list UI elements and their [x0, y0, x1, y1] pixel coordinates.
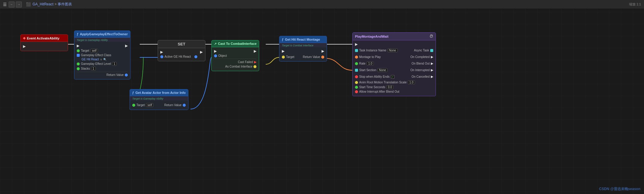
apply-ge-level-row: Gameplay Effect Level 1 — [77, 62, 128, 66]
cast-exec-in: ▶ — [214, 49, 217, 53]
get-avatar-return-row: Return Value — [164, 103, 186, 107]
play-task-name-value: None — [388, 48, 398, 52]
ge-dropdown[interactable]: ∨ — [100, 58, 102, 61]
node-apply-gameplay: ƒ ApplyGameplayEffectToOwner Target is G… — [74, 30, 130, 80]
play-on-completed-row: On Completed ▶ — [411, 55, 433, 59]
play-on-interrupted-exec: ▶ — [431, 68, 433, 72]
play-async-pin — [430, 49, 433, 52]
cast-combat-body: ▶ ▶ Object Cast Failed ▶ As Combat Inter… — [211, 47, 259, 71]
play-async-row: Async Task — [414, 49, 433, 52]
set-exec-out: ▶ — [200, 50, 203, 54]
play-start-section-value: None — [377, 68, 388, 72]
set-body: ▶ ▶ Active GE Hit React — [158, 48, 205, 61]
apply-ge-class-label: Gameplay Effect Class — [81, 54, 111, 57]
menu-icon[interactable]: ☰ — [3, 2, 7, 7]
version-label: 缩放 1:1 — [629, 2, 641, 7]
apply-gameplay-header: ƒ ApplyGameplayEffectToOwner — [74, 30, 130, 38]
cast-as-combat-pin — [253, 65, 256, 68]
play-start-time-label: Start Time Seconds — [359, 85, 385, 89]
play-rate-label: Rate — [359, 62, 365, 65]
play-start-time-value: 0.0 — [386, 85, 394, 89]
event-activate-body: ▶ — [20, 42, 68, 51]
apply-ge-level-label: Gameplay Effect Level — [81, 62, 111, 65]
play-on-cancelled-label: On Cancelled — [411, 75, 430, 78]
ge-hit-react-value: GE Hit React — [82, 58, 99, 61]
cast-object-pin — [214, 54, 217, 57]
apply-stacks-row: Stacks 1 — [77, 67, 128, 71]
play-on-blend-out-row: On Blend Out ▶ — [411, 62, 433, 65]
apply-gameplay-title: ApplyGameplayEffectToOwner — [80, 32, 128, 36]
get-hit-react-body: ▶ ▶ Target Return Value — [279, 47, 327, 62]
cast-exec-out: ▶ — [254, 49, 256, 53]
play-async-label: Async Task — [414, 49, 429, 52]
cast-failed-exec: ▶ — [254, 60, 256, 64]
play-allow-interrupt-pin — [355, 90, 358, 93]
apply-ge-level-pin — [77, 62, 80, 65]
event-activate-title: Event ActivateAbility — [27, 36, 59, 40]
set-title: SET — [178, 42, 185, 46]
play-on-blend-out-exec: ▶ — [431, 62, 433, 65]
apply-ge-class-row: Gameplay Effect Class — [77, 54, 128, 57]
apply-target-value: self — [90, 49, 98, 53]
get-avatar-target-value: self — [146, 103, 154, 107]
play-montage-title: PlayMontageAndWait — [355, 35, 388, 38]
get-hit-react-header: ƒ Get Hit React Montage — [279, 36, 327, 43]
set-input-pin — [160, 55, 163, 58]
apply-ge-class-pin — [77, 54, 80, 57]
play-anim-root-value: 1.0 — [408, 80, 415, 84]
play-start-time-row: Start Time Seconds 0.0 — [355, 85, 433, 89]
top-bar-left: ☰ ← → ⬛ GA_HitReact > 事件图表 — [3, 1, 72, 7]
apply-exec-in: ▶ — [77, 44, 79, 48]
clock-icon: ⏱ — [429, 34, 433, 39]
play-on-blend-out-label: On Blend Out — [411, 62, 430, 65]
apply-func-icon: ƒ — [77, 33, 79, 36]
play-on-cancelled-exec: ▶ — [431, 75, 433, 79]
play-montage-label: Montage to Play — [359, 55, 381, 59]
back-button[interactable]: ← — [9, 1, 15, 7]
play-allow-interrupt-row: Allow Interrupt After Blend Out — [355, 90, 433, 93]
play-on-completed-exec: ▶ — [431, 55, 433, 59]
play-rate-pin — [355, 62, 358, 65]
set-output-pin — [194, 55, 197, 58]
apply-stacks-value: 1 — [91, 67, 96, 71]
apply-exec-out: ▶ — [125, 44, 128, 48]
play-rate-row: Rate 1.0 — [355, 62, 374, 65]
play-exec-in: ▶ — [355, 42, 358, 46]
play-stop-row: Stop when Ability Ends ✓ — [355, 75, 394, 79]
apply-target-pin — [77, 49, 80, 52]
play-stop-checkbox[interactable]: ✓ — [391, 75, 394, 79]
cast-combat-title: Cast To CombatInterface — [218, 42, 256, 45]
play-on-interrupted-label: On Interrupted — [411, 68, 430, 72]
event-activate-header: ◆ Event ActivateAbility — [20, 34, 68, 42]
play-montage-header: PlayMontageAndWait ⏱ — [352, 32, 436, 40]
play-on-cancelled-row: On Cancelled ▶ — [411, 75, 433, 79]
get-hit-react-title: Get Hit React Montage — [285, 38, 320, 41]
set-exec-in: ▶ — [160, 50, 163, 54]
cast-failed-row: Cast Failed ▶ — [214, 60, 256, 64]
play-start-section-label: Start Section — [359, 68, 376, 72]
apply-stacks-pin — [77, 67, 80, 70]
play-montage-pin — [355, 56, 358, 59]
get-avatar-header: ƒ Get Avatar Actor from Actor Info — [130, 89, 188, 96]
apply-ge-level-value: 1 — [112, 62, 117, 66]
play-start-section-pin — [355, 69, 358, 72]
apply-return-pin — [125, 74, 128, 77]
set-header: SET — [158, 40, 205, 48]
play-anim-root-label: Anim Root Motion Translation Scale — [359, 81, 407, 84]
play-allow-interrupt-label: Allow Interrupt After Blend Out — [359, 90, 399, 93]
set-active-ge-label: Active GE Hit React — [165, 55, 191, 58]
play-anim-root-pin — [355, 81, 358, 84]
apply-target-row: Target self — [77, 49, 128, 53]
top-bar: ☰ ← → ⬛ GA_HitReact > 事件图表 缩放 1:1 — [0, 0, 644, 9]
cast-icon: ↗ — [214, 42, 216, 45]
breadcrumb: GA_HitReact > 事件图表 — [33, 2, 72, 7]
get-avatar-target-pin — [132, 104, 135, 107]
ge-search-icon[interactable]: 🔍 — [103, 58, 107, 61]
get-avatar-func-icon: ƒ — [132, 91, 134, 94]
cast-object-row: Object — [214, 54, 256, 57]
forward-button[interactable]: → — [16, 1, 22, 7]
blueprint-canvas: ◆ Event ActivateAbility ▶ ƒ ApplyGamepla… — [0, 9, 644, 194]
apply-gameplay-body: ▶ ▶ Target self Gameplay Effect Class GE… — [74, 42, 130, 80]
get-avatar-target-row: Target self — [132, 103, 153, 107]
cast-as-combat-label: As Combat Interface — [225, 65, 252, 68]
